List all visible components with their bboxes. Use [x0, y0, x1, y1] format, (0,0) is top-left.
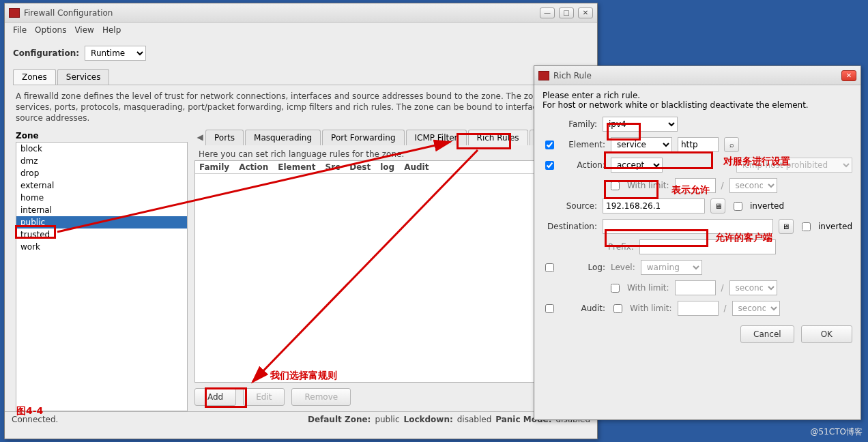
main-tabs: Zones Services	[13, 69, 589, 85]
menu-help[interactable]: Help	[102, 25, 121, 35]
audit-withlimit-label: With limit:	[630, 304, 672, 313]
element-browse-button[interactable]: ⌕	[724, 137, 739, 152]
ok-button[interactable]: OK	[801, 325, 852, 343]
zone-subtabs: ◀ Ports Masquerading Port Forwarding ICM…	[194, 130, 586, 145]
figure-label: 图4-4	[16, 405, 43, 417]
element-type-select[interactable]: service	[611, 137, 672, 152]
log-level-select[interactable]: warning	[641, 260, 702, 275]
remove-button[interactable]: Remove	[291, 388, 351, 406]
dialog-titlebar: Rich Rule ✕	[534, 66, 860, 85]
dest-inverted-checkbox[interactable]	[802, 222, 811, 231]
col-dest[interactable]: Dest	[349, 162, 371, 172]
col-family[interactable]: Family	[199, 162, 229, 172]
menubar: File Options View Help	[5, 23, 597, 38]
action-limit-unit[interactable]: second	[729, 178, 777, 193]
subtab-rich-rules[interactable]: Rich Rules	[468, 130, 528, 145]
family-label: Family:	[542, 119, 597, 129]
maximize-button[interactable]: □	[559, 8, 574, 18]
element-value-input[interactable]	[678, 137, 719, 152]
subtab-masquerading[interactable]: Masquerading	[245, 130, 321, 145]
main-titlebar: Firewall Configuration — □ ✕	[5, 3, 597, 23]
menu-options[interactable]: Options	[35, 25, 66, 35]
zone-item-home[interactable]: home	[16, 192, 187, 204]
source-input[interactable]	[603, 198, 705, 213]
default-zone-value: public	[375, 415, 399, 424]
log-limit-unit[interactable]: second	[729, 280, 777, 295]
col-action[interactable]: Action	[239, 162, 268, 172]
per-label: /	[721, 181, 724, 190]
subtab-port-forwarding[interactable]: Port Forwarding	[322, 130, 404, 145]
action-checkbox[interactable]	[545, 161, 554, 170]
zone-item-drop[interactable]: drop	[16, 167, 187, 179]
annot-client: 允许的客户端	[715, 232, 772, 244]
action-select[interactable]: accept	[611, 158, 663, 173]
config-label: Configuration:	[13, 48, 79, 58]
app-icon	[9, 8, 20, 18]
zone-description: A firewalld zone defines the level of tr…	[13, 85, 589, 130]
log-limit-value[interactable]	[675, 280, 716, 295]
col-element[interactable]: Element	[278, 162, 315, 172]
source-browse-button[interactable]: 🖥	[710, 198, 725, 213]
tab-services[interactable]: Services	[57, 69, 110, 85]
close-button[interactable]: ✕	[578, 8, 593, 18]
action-withlimit-checkbox[interactable]	[611, 181, 620, 190]
element-label: Element:	[562, 140, 605, 149]
audit-limit-unit[interactable]: second	[732, 301, 780, 316]
zone-item-internal[interactable]: internal	[16, 204, 187, 216]
col-src[interactable]: Src	[326, 162, 341, 172]
watermark: @51CTO博客	[811, 426, 863, 438]
source-label: Source:	[542, 201, 597, 211]
action-label: Action:	[562, 160, 605, 170]
subtab-ports[interactable]: Ports	[205, 130, 244, 145]
statusbar: Connected. Default Zone: public Lockdown…	[5, 411, 597, 427]
window-title: Firewall Configuration	[24, 8, 536, 18]
default-zone-label: Default Zone:	[308, 415, 371, 424]
dest-inverted-label: inverted	[818, 222, 852, 231]
zone-item-dmz[interactable]: dmz	[16, 155, 187, 167]
add-button[interactable]: Add	[194, 388, 236, 406]
annot-service-set: 对服务进行设置	[723, 156, 790, 168]
annot-pick-rich: 我们选择富规则	[270, 370, 337, 382]
zone-item-external[interactable]: external	[16, 179, 187, 192]
lockdown-label: Lockdown:	[403, 415, 452, 424]
dialog-title: Rich Rule	[553, 71, 837, 80]
log-checkbox[interactable]	[545, 263, 554, 272]
zone-listbox[interactable]: block dmz drop external home internal pu…	[16, 142, 188, 411]
zone-header: Zone	[16, 130, 188, 142]
family-select[interactable]: ipv4	[603, 117, 678, 132]
menu-file[interactable]: File	[13, 25, 27, 35]
rich-rules-grid[interactable]: Family Action Element Src Dest log Audit	[194, 160, 586, 383]
source-inverted-label: inverted	[750, 201, 784, 211]
dialog-close-button[interactable]: ✕	[841, 70, 856, 81]
dialog-intro-2: For host or network white or blacklistin…	[542, 100, 852, 114]
menu-view[interactable]: View	[74, 25, 93, 35]
annot-allow: 表示允许	[671, 184, 710, 196]
element-checkbox[interactable]	[545, 141, 554, 149]
cancel-button[interactable]: Cancel	[740, 325, 794, 343]
dest-label: Destination:	[542, 222, 597, 231]
audit-limit-value[interactable]	[678, 301, 719, 316]
source-inverted-checkbox[interactable]	[734, 202, 742, 211]
dialog-intro-1: Please enter a rich rule.	[542, 91, 852, 100]
log-withlimit-checkbox[interactable]	[611, 284, 620, 293]
dest-browse-button[interactable]: 🖥	[779, 219, 794, 234]
subtab-icmp-filter[interactable]: ICMP Filter	[406, 130, 467, 145]
zone-item-public[interactable]: public	[16, 216, 187, 229]
audit-checkbox[interactable]	[545, 304, 554, 313]
tab-scroll-left-icon[interactable]: ◀	[194, 132, 205, 142]
action-withlimit-label: With limit:	[627, 181, 669, 190]
col-audit[interactable]: Audit	[404, 162, 429, 172]
rich-rules-help: Here you can set rich language rules for…	[194, 145, 586, 160]
audit-label: Audit:	[562, 304, 605, 313]
minimize-button[interactable]: —	[540, 8, 555, 18]
col-log[interactable]: log	[380, 162, 394, 172]
zone-item-trusted[interactable]: trusted	[16, 229, 187, 241]
log-label: Log:	[562, 263, 605, 272]
zone-item-block[interactable]: block	[16, 143, 187, 155]
audit-withlimit-checkbox[interactable]	[613, 304, 622, 313]
edit-button[interactable]: Edit	[243, 388, 285, 406]
tab-zones[interactable]: Zones	[13, 69, 56, 85]
config-mode-select[interactable]: Runtime	[85, 46, 146, 61]
dialog-icon	[538, 71, 549, 80]
zone-item-work[interactable]: work	[16, 241, 187, 253]
